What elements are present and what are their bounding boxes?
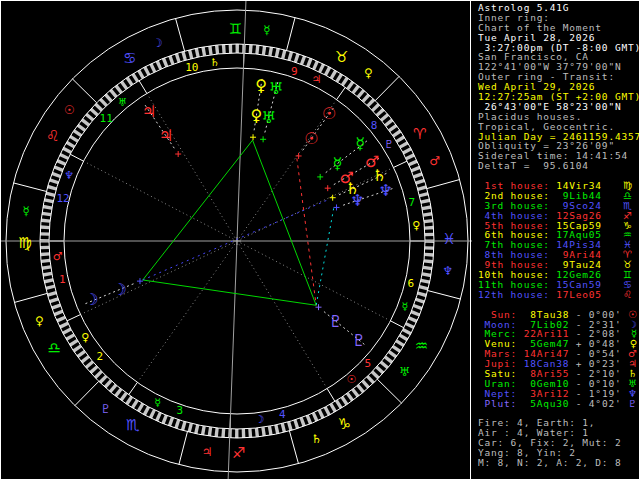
sign-boundary-line	[75, 381, 99, 405]
degree-tick	[40, 252, 49, 256]
degree-tick	[44, 278, 53, 283]
sign-boundary-line	[72, 79, 96, 103]
degree-tick	[42, 212, 51, 217]
degree-tick	[417, 291, 427, 297]
house-cusp-tick	[327, 389, 335, 402]
natal-planet-icon-pluto: ♇	[328, 312, 342, 331]
house-cusp-line	[237, 241, 327, 388]
house-cusp-line	[81, 241, 237, 314]
planet-icon: ♇	[628, 399, 640, 409]
house-ruler-icon-saturn: ♄	[210, 56, 220, 69]
natal-planet-icon-moon: ☽	[112, 280, 126, 299]
house-cusp-tick	[129, 382, 138, 394]
house-cusp-tick	[390, 321, 403, 328]
astrolog-screen: ♈♂♉♀♊☿♋☽♌☉♍☿♎♀♏♇♐♃♑♄♒♅♓♆1♂2♀3☿4☽5☉6☿7♀8♇…	[0, 0, 640, 480]
house-number-11: 11	[100, 112, 113, 125]
sign-ruler-icon-mercury: ☿	[22, 204, 29, 218]
degree-tick	[275, 48, 280, 58]
degree-tick	[422, 205, 431, 210]
house-cusp-line	[84, 162, 237, 241]
panel-divider	[470, 1, 471, 479]
info-panel: Astrolog 5.41GInner ring:Chart of the Mo…	[472, 3, 640, 477]
sign-ruler-icon-venus: ♀	[35, 314, 44, 328]
house-number-7: 7	[408, 196, 415, 209]
natal-planet-icon-neptune: ♆	[350, 191, 364, 210]
transit-planet-icon-venus: ♀	[255, 76, 267, 95]
degree-tick	[422, 272, 431, 277]
sign-boundary-line	[14, 293, 47, 302]
house-cusp-tick	[70, 154, 83, 161]
degree-tick	[45, 191, 55, 196]
stats-text: M: 8, N: 2, A: 2, D: 8	[478, 458, 621, 468]
degree-tick	[424, 226, 433, 230]
sign-boundary-line	[287, 17, 296, 50]
house-number-4: 4	[279, 408, 286, 421]
aspect-lines	[143, 140, 334, 305]
sign-glyph-leo: ♌	[46, 127, 59, 145]
sign-glyph-pisces: ♓	[442, 230, 455, 248]
chart-axes	[1, 1, 472, 479]
sign-boundary-line	[377, 379, 401, 403]
sign-glyph-aquarius: ♒	[415, 337, 428, 355]
degree-tick	[293, 419, 299, 429]
planet-row: Plut: 5Aqu30 - 4°02'♇	[478, 399, 640, 409]
degree-tick	[249, 44, 253, 53]
degree-tick	[425, 246, 434, 250]
house-number-12: 12	[56, 192, 69, 205]
degree-tick	[261, 427, 266, 436]
degree-tick	[248, 428, 252, 437]
planet-value: 5Aqu30	[524, 398, 570, 409]
degree-tick	[40, 246, 49, 250]
transit-planet-icon-sun: ☉	[322, 104, 336, 123]
sign-glyph-libra: ♎	[47, 339, 60, 357]
house-cusp-tick	[139, 81, 147, 94]
house-number-1: 1	[59, 273, 66, 286]
house-ruler-icon-mercury: ☿	[401, 300, 408, 313]
sign-boundary-line	[13, 183, 46, 192]
natal-planet-icon-jupiter: ♃	[159, 126, 173, 145]
panel-stats-line: M: 8, N: 2, A: 2, D: 8	[478, 458, 640, 468]
degree-tick	[415, 298, 425, 304]
sign-glyph-cancer: ♋	[123, 49, 136, 67]
degree-tick	[195, 48, 200, 57]
house-number-5: 5	[365, 357, 372, 370]
degree-tick	[255, 428, 259, 437]
house-ruler-icon-mercury: ☿	[154, 396, 161, 409]
house-number-8: 8	[371, 119, 378, 132]
degree-tick	[419, 285, 429, 290]
degree-tick	[419, 192, 429, 197]
degree-tick	[411, 310, 421, 316]
chart-wheel: ♈♂♉♀♊☿♋☽♌☉♍☿♎♀♏♇♐♃♑♄♒♅♓♆1♂2♀3☿4☽5☉6☿7♀8♇…	[1, 1, 472, 479]
house-row-text: 12th house: 17Leo05	[478, 290, 602, 300]
degree-tick	[54, 310, 64, 316]
planet-glyphs: ☉☉☽☽☿☿♀♀♂♂♃♃♄♄♅♅♆♆♇♇	[84, 76, 393, 349]
aspect-trine-pluto-venus	[253, 140, 317, 305]
sign-ruler-icon-moon: ☽	[152, 36, 163, 50]
degree-tick	[306, 58, 312, 68]
transit-planet-icon-moon: ☽	[84, 290, 98, 309]
degree-tick	[424, 259, 433, 263]
degree-tick	[194, 424, 199, 434]
degree-tick	[417, 185, 427, 191]
degree-tick	[49, 297, 59, 303]
degree-tick	[423, 266, 432, 271]
degree-tick	[274, 425, 279, 434]
house-number-9: 9	[291, 65, 298, 78]
sign-glyph-scorpio: ♏	[126, 416, 140, 434]
degree-tick	[413, 172, 423, 178]
degree-tick	[44, 198, 54, 203]
degree-tick	[43, 205, 52, 210]
aspect-sextile-neptune-pluto	[316, 208, 333, 305]
degree-tick	[421, 199, 430, 204]
sign-glyph-virgo: ♍	[18, 234, 31, 252]
degree-tick	[40, 225, 49, 229]
house-ruler-icon-mars: ♂	[53, 250, 63, 263]
house-ruler-icon-uranus: ♅	[118, 96, 128, 109]
degree-tick	[47, 291, 57, 297]
transit-planet-icon-uranus: ♅	[269, 79, 283, 98]
degree-tick	[262, 46, 267, 55]
degree-tick	[236, 44, 239, 53]
degree-tick	[201, 47, 206, 56]
degree-tick	[424, 219, 433, 223]
degree-tick	[187, 423, 192, 433]
